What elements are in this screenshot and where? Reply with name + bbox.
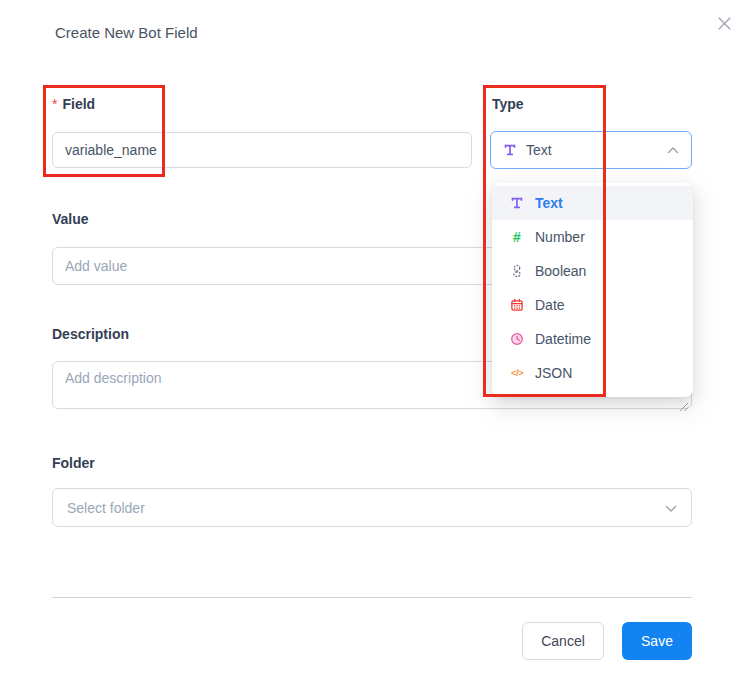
- chevron-up-icon: [667, 141, 679, 159]
- type-label: Type: [492, 96, 524, 112]
- date-icon: [510, 298, 524, 312]
- description-label: Description: [52, 326, 129, 342]
- option-label: JSON: [535, 365, 572, 381]
- dialog-title: Create New Bot Field: [55, 24, 198, 41]
- option-label: Date: [535, 297, 565, 313]
- dropdown-option-text[interactable]: Text: [492, 186, 693, 220]
- dropdown-option-date[interactable]: Date: [492, 288, 693, 322]
- required-asterisk: *: [52, 96, 57, 112]
- option-label: Number: [535, 229, 585, 245]
- chevron-down-icon: [665, 499, 677, 517]
- field-input[interactable]: [52, 132, 472, 168]
- dropdown-option-number[interactable]: # Number: [492, 220, 693, 254]
- json-icon: </>: [510, 366, 524, 380]
- footer-divider: [52, 597, 692, 598]
- folder-select[interactable]: Select folder: [52, 488, 692, 527]
- folder-placeholder: Select folder: [67, 500, 145, 516]
- datetime-icon: [510, 332, 524, 346]
- text-icon: [510, 196, 524, 210]
- cancel-button[interactable]: Cancel: [522, 622, 604, 660]
- value-label: Value: [52, 211, 89, 227]
- type-select-value: Text: [526, 142, 658, 158]
- field-label-text: Field: [62, 96, 95, 112]
- dropdown-option-json[interactable]: </> JSON: [492, 356, 693, 390]
- option-label: Boolean: [535, 263, 586, 279]
- dropdown-option-boolean[interactable]: Boolean: [492, 254, 693, 288]
- number-icon: #: [510, 230, 524, 244]
- close-icon[interactable]: [712, 11, 736, 35]
- option-label: Text: [535, 195, 563, 211]
- folder-label: Folder: [52, 455, 95, 471]
- type-dropdown-panel: Text # Number Boolean: [492, 183, 693, 397]
- text-icon: [503, 143, 517, 157]
- type-select[interactable]: Text: [490, 131, 692, 169]
- field-label: * Field: [52, 96, 95, 112]
- boolean-icon: [510, 264, 524, 278]
- option-label: Datetime: [535, 331, 591, 347]
- create-bot-field-dialog: Create New Bot Field * Field Type Text V…: [0, 0, 739, 683]
- close-x-glyph: [718, 17, 731, 30]
- dropdown-option-datetime[interactable]: Datetime: [492, 322, 693, 356]
- resize-handle-icon[interactable]: [679, 398, 689, 408]
- save-button[interactable]: Save: [622, 622, 692, 660]
